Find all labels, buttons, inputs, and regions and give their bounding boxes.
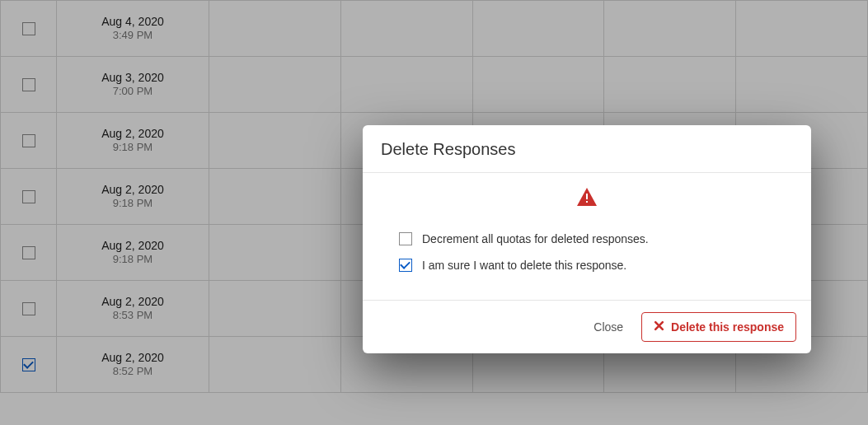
close-icon xyxy=(654,320,664,334)
option-label: Decrement all quotas for deleted respons… xyxy=(422,232,649,245)
close-button[interactable]: Close xyxy=(590,314,626,340)
delete-response-button[interactable]: Delete this response xyxy=(641,312,796,342)
svg-rect-0 xyxy=(586,194,588,199)
option-checkbox[interactable] xyxy=(399,259,412,272)
option-checkbox[interactable] xyxy=(399,232,412,245)
option-label: I am sure I want to delete this response… xyxy=(422,259,626,272)
svg-rect-1 xyxy=(586,201,588,203)
warning-icon xyxy=(577,194,597,208)
option-decrement-quotas[interactable]: Decrement all quotas for deleted respons… xyxy=(381,226,793,252)
modal-footer: Close Delete this response xyxy=(363,300,811,353)
modal-title: Delete Responses xyxy=(381,140,793,159)
modal-header: Delete Responses xyxy=(363,125,811,173)
delete-button-label: Delete this response xyxy=(671,320,784,334)
delete-responses-modal: Delete Responses Decrement all quotas fo… xyxy=(363,125,811,353)
option-confirm-delete[interactable]: I am sure I want to delete this response… xyxy=(381,252,793,278)
modal-body: Decrement all quotas for deleted respons… xyxy=(363,173,811,300)
